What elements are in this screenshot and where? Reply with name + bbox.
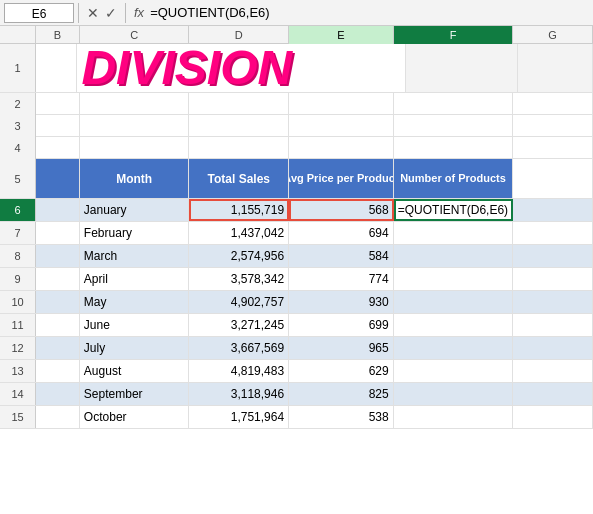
- table-row: 15 October 1,751,964 538: [0, 406, 593, 429]
- formula-text[interactable]: =QUOTIENT(D6,E6): [150, 5, 270, 20]
- cell-f4[interactable]: [394, 137, 514, 159]
- cell-e14[interactable]: 825: [289, 383, 394, 405]
- cell-c1-title: DIVISION: [77, 44, 406, 92]
- cell-f8[interactable]: [394, 245, 514, 267]
- cell-b8[interactable]: [36, 245, 80, 267]
- cell-f6-formula[interactable]: =QUOTIENT(D6,E6): [394, 199, 514, 221]
- cell-e6-avg-price[interactable]: 568: [289, 199, 394, 221]
- cell-e4[interactable]: [289, 137, 394, 159]
- table-row: 5 Month Total Sales Avg Price per Produc…: [0, 159, 593, 199]
- cell-b9[interactable]: [36, 268, 80, 290]
- cell-f13[interactable]: [394, 360, 514, 382]
- cell-d5-header: Total Sales: [189, 159, 289, 198]
- cell-g1[interactable]: [518, 44, 593, 92]
- col-header-g[interactable]: G: [513, 26, 593, 44]
- cell-g3[interactable]: [513, 115, 593, 137]
- cell-e13[interactable]: 629: [289, 360, 394, 382]
- cell-b10[interactable]: [36, 291, 80, 313]
- cell-e2[interactable]: [289, 93, 394, 115]
- cell-g4[interactable]: [513, 137, 593, 159]
- cell-g13: [513, 360, 593, 382]
- cell-d14[interactable]: 3,118,946: [189, 383, 289, 405]
- cell-f15[interactable]: [394, 406, 514, 428]
- cell-b2[interactable]: [36, 93, 80, 115]
- cell-b3[interactable]: [36, 115, 80, 137]
- cell-f7[interactable]: [394, 222, 514, 244]
- cell-b7[interactable]: [36, 222, 80, 244]
- cell-d3[interactable]: [189, 115, 289, 137]
- cell-c4[interactable]: [80, 137, 190, 159]
- cell-c8-month[interactable]: March: [80, 245, 190, 267]
- formula-bar-divider: [78, 3, 79, 23]
- cell-c9-month[interactable]: April: [80, 268, 190, 290]
- cell-g10: [513, 291, 593, 313]
- cell-c2[interactable]: [80, 93, 190, 115]
- cell-b13[interactable]: [36, 360, 80, 382]
- cell-c13-month[interactable]: August: [80, 360, 190, 382]
- table-row: 7 February 1,437,042 694: [0, 222, 593, 245]
- cell-c7-month[interactable]: February: [80, 222, 190, 244]
- cell-b15[interactable]: [36, 406, 80, 428]
- cell-d12[interactable]: 3,667,569: [189, 337, 289, 359]
- cell-e12[interactable]: 965: [289, 337, 394, 359]
- cell-c6-month[interactable]: January: [80, 199, 190, 221]
- cancel-icon[interactable]: ✕: [87, 5, 99, 21]
- cell-d8[interactable]: 2,574,956: [189, 245, 289, 267]
- table-row: 2: [0, 93, 593, 115]
- col-header-f[interactable]: F: [394, 26, 514, 44]
- cell-d9[interactable]: 3,578,342: [189, 268, 289, 290]
- cell-d13[interactable]: 4,819,483: [189, 360, 289, 382]
- col-header-e[interactable]: E: [289, 26, 394, 44]
- cell-b4[interactable]: [36, 137, 80, 159]
- col-header-d[interactable]: D: [189, 26, 289, 44]
- cell-c12-month[interactable]: July: [80, 337, 190, 359]
- row-number-2: 2: [0, 93, 36, 115]
- cell-b6[interactable]: [36, 199, 80, 221]
- cell-e3[interactable]: [289, 115, 394, 137]
- cell-e11[interactable]: 699: [289, 314, 394, 336]
- cell-d7[interactable]: 1,437,042: [189, 222, 289, 244]
- col-header-b[interactable]: B: [36, 26, 80, 44]
- table-row: 13 August 4,819,483 629: [0, 360, 593, 383]
- cell-b14[interactable]: [36, 383, 80, 405]
- cell-b1[interactable]: [36, 44, 77, 92]
- row-number-3: 3: [0, 115, 36, 137]
- table-row: 9 April 3,578,342 774: [0, 268, 593, 291]
- cell-c11-month[interactable]: June: [80, 314, 190, 336]
- cell-f2[interactable]: [394, 93, 514, 115]
- table-row: 11 June 3,271,245 699: [0, 314, 593, 337]
- row-number-11: 11: [0, 314, 36, 336]
- cell-c3[interactable]: [80, 115, 190, 137]
- cell-e8[interactable]: 584: [289, 245, 394, 267]
- cell-d2[interactable]: [189, 93, 289, 115]
- cell-g2[interactable]: [513, 93, 593, 115]
- cell-e15[interactable]: 538: [289, 406, 394, 428]
- cell-b11[interactable]: [36, 314, 80, 336]
- cell-e9[interactable]: 774: [289, 268, 394, 290]
- cell-g11: [513, 314, 593, 336]
- cell-d10[interactable]: 4,902,757: [189, 291, 289, 313]
- cell-reference-box[interactable]: E6: [4, 3, 74, 23]
- table-row: 6 January 1,155,719 568 =QUOTIENT(D6,E6): [0, 199, 593, 222]
- cell-d15[interactable]: 1,751,964: [189, 406, 289, 428]
- cell-b5-header: [36, 159, 80, 198]
- cell-d4[interactable]: [189, 137, 289, 159]
- confirm-icon[interactable]: ✓: [105, 5, 117, 21]
- cell-f9[interactable]: [394, 268, 514, 290]
- cell-d11[interactable]: 3,271,245: [189, 314, 289, 336]
- cell-c10-month[interactable]: May: [80, 291, 190, 313]
- cell-f1[interactable]: [406, 44, 518, 92]
- cell-e10[interactable]: 930: [289, 291, 394, 313]
- cell-f12[interactable]: [394, 337, 514, 359]
- row-number-15: 15: [0, 406, 36, 428]
- cell-c15-month[interactable]: October: [80, 406, 190, 428]
- cell-f3[interactable]: [394, 115, 514, 137]
- cell-f14[interactable]: [394, 383, 514, 405]
- cell-c14-month[interactable]: September: [80, 383, 190, 405]
- cell-e7[interactable]: 694: [289, 222, 394, 244]
- cell-b12[interactable]: [36, 337, 80, 359]
- cell-f10[interactable]: [394, 291, 514, 313]
- cell-d6-total-sales[interactable]: 1,155,719: [189, 199, 289, 221]
- cell-f11[interactable]: [394, 314, 514, 336]
- col-header-c[interactable]: C: [80, 26, 190, 44]
